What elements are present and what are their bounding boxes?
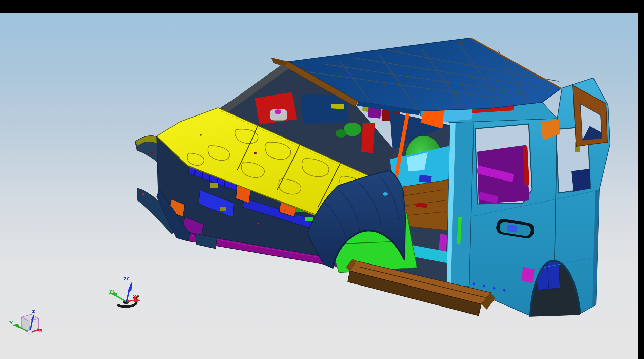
dot — [284, 210, 286, 212]
door-inner-red[interactable] — [361, 123, 375, 153]
roof-nub — [394, 50, 398, 53]
roof-nub — [458, 41, 464, 44]
fastener-dot — [142, 193, 144, 195]
xc-label: XC — [133, 294, 139, 299]
z-label: Z — [32, 309, 35, 314]
rocker-dot — [493, 287, 496, 290]
y-arrowhead — [12, 324, 19, 328]
zc-arrowhead — [128, 280, 132, 291]
olive-bit — [331, 104, 344, 109]
cad-viewport[interactable]: ZC YC XC Z Y X — [0, 0, 644, 359]
model-canvas[interactable]: ZC YC XC Z Y X — [0, 0, 644, 359]
abs-triad[interactable]: Z Y X — [9, 309, 43, 334]
yc-label: YC — [109, 289, 116, 294]
seat-green-bit[interactable] — [344, 123, 361, 136]
b-pillar-group[interactable] — [447, 120, 474, 287]
fender-hole — [383, 192, 388, 196]
top-black-bar — [0, 0, 644, 13]
crossmember-blue — [419, 175, 432, 183]
rocker-dot — [503, 289, 506, 292]
hood-dot — [200, 134, 202, 136]
rocker-dot — [473, 283, 475, 285]
quarter-inner-navy — [571, 169, 590, 192]
zc-label: ZC — [123, 276, 130, 281]
right-black-bar — [638, 0, 644, 359]
fastener-dot — [151, 152, 154, 154]
seat-green-bit — [336, 129, 346, 138]
olive-bit — [220, 207, 226, 211]
washer-nozzle — [254, 152, 257, 154]
olive-bit — [210, 183, 218, 188]
dot — [258, 223, 259, 225]
green-bit — [305, 217, 313, 221]
magenta-bit — [275, 109, 281, 114]
x-label: X — [39, 328, 43, 333]
y-label: Y — [9, 321, 13, 325]
wcs-triad[interactable]: ZC YC XC — [108, 276, 140, 307]
origin-sphere — [28, 330, 32, 334]
rocker-dot — [483, 285, 485, 288]
arch-front-magenta — [521, 267, 535, 283]
